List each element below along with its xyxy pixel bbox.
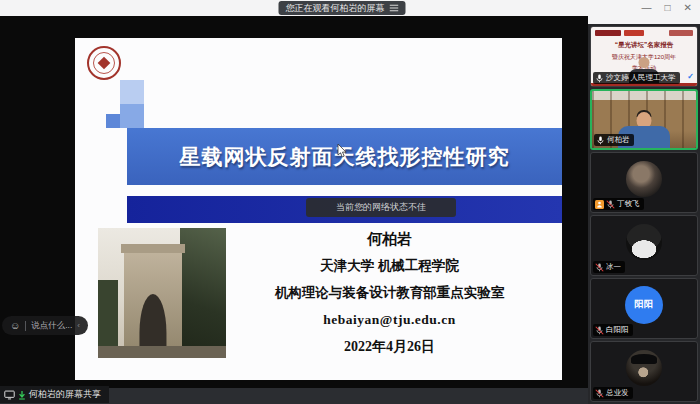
participant-avatar [626, 161, 662, 197]
presenter-email: hebaiyan@tju.edu.cn [225, 311, 554, 329]
participant-nametag: 丁牧飞 [593, 198, 644, 210]
slide-decoration-square [106, 114, 120, 128]
mouse-cursor-icon [337, 144, 348, 158]
quick-chat-bubble[interactable]: ☺ 说点什么... ‹ [2, 316, 88, 335]
monitor-icon [4, 390, 15, 400]
mini-slide-logos [591, 27, 697, 36]
presenter-info: 何柏岩 天津大学 机械工程学院 机构理论与装备设计教育部重点实验室 hebaiy… [225, 230, 554, 356]
watching-screen-text: 您正在观看何柏岩的屏幕 [286, 1, 385, 15]
divider [25, 321, 26, 331]
campus-arch-photo [98, 228, 226, 358]
minimize-button[interactable]: — [642, 0, 652, 16]
mini-slide-text: “星光讲坛”名家报告 [591, 41, 697, 50]
close-button[interactable]: ✕ [684, 0, 692, 16]
participant-tile[interactable]: 冰一 [590, 215, 698, 276]
participant-name: 丁牧飞 [617, 199, 640, 209]
participant-name: 白阳阳 [606, 325, 629, 335]
raised-hand-icon [595, 200, 604, 209]
presenter-lab: 机构理论与装备设计教育部重点实验室 [225, 284, 554, 302]
participant-tile[interactable]: 总业发 [590, 341, 698, 402]
participant-tile[interactable]: 丁牧飞 [590, 152, 698, 213]
university-seal-logo [87, 46, 121, 80]
participant-nametag: 何柏岩 [594, 134, 634, 146]
presenter-affiliation: 天津大学 机械工程学院 [225, 257, 554, 275]
participant-nametag: 总业发 [593, 387, 633, 399]
participant-name: 总业发 [606, 388, 629, 398]
participant-tile[interactable]: “星光讲坛”名家报告 暨庆祝天津大学120周年 学术活动 ✓ 沙文婷 人民理工大… [590, 26, 698, 87]
participant-avatar [626, 224, 662, 260]
mic-muted-icon [606, 200, 615, 209]
participant-nametag: 沙文婷 人民理工大学 [593, 72, 680, 84]
presentation-date: 2022年4月26日 [225, 338, 554, 356]
presenter-name: 何柏岩 [225, 230, 554, 248]
participant-name: 何柏岩 [607, 135, 630, 145]
mic-on-icon [596, 136, 605, 145]
screen-share-label: 何柏岩的屏幕共享 [0, 386, 109, 403]
network-status-toast: 当前您的网络状态不佳 [306, 198, 456, 217]
screen-share-label-text: 何柏岩的屏幕共享 [29, 388, 101, 401]
participants-sidebar: “星光讲坛”名家报告 暨庆祝天津大学120周年 学术活动 ✓ 沙文婷 人民理工大… [588, 16, 700, 404]
participant-name: 沙文婷 人民理工大学 [606, 73, 676, 83]
chat-input-placeholder[interactable]: 说点什么... [31, 320, 72, 332]
video-tiles: “星光讲坛”名家报告 暨庆祝天津大学120周年 学术活动 ✓ 沙文婷 人民理工大… [588, 24, 700, 402]
avatar-initials: 阳阳 [635, 298, 654, 311]
maximize-button[interactable]: □ [665, 0, 671, 16]
sidebar-top-strip [588, 16, 700, 24]
participant-avatar: 阳阳 [625, 286, 663, 324]
meeting-window: 您正在观看何柏岩的屏幕 — □ ✕ 星载网状反射面天线找形控性研究 [0, 0, 700, 404]
window-titlebar: 您正在观看何柏岩的屏幕 — □ ✕ [0, 0, 700, 16]
mic-muted-icon [595, 389, 604, 398]
slide-decoration-square [120, 104, 144, 128]
window-controls: — □ ✕ [642, 0, 692, 16]
menu-icon[interactable] [390, 4, 399, 12]
participant-tile-active-speaker[interactable]: 何柏岩 [590, 89, 698, 150]
mic-muted-icon [595, 326, 604, 335]
emoji-icon[interactable]: ☺ [10, 321, 20, 331]
mic-on-icon [595, 74, 604, 83]
window-bottom-bar: 何柏岩的屏幕共享 [0, 388, 588, 404]
participant-nametag: 白阳阳 [593, 324, 633, 336]
slide-decoration-square [120, 80, 144, 104]
collapse-chevron-icon[interactable]: ‹ [77, 321, 80, 330]
participant-nametag: 冰一 [593, 261, 625, 273]
mic-muted-icon [595, 263, 604, 272]
participant-name: 冰一 [606, 262, 621, 272]
shared-screen-stage: 星载网状反射面天线找形控性研究 何柏岩 天津大学 机械工程学院 机构理论与装备设… [0, 16, 588, 388]
watching-screen-banner[interactable]: 您正在观看何柏岩的屏幕 [279, 1, 406, 15]
mini-slide-check-decoration: ✓ [687, 72, 694, 81]
participant-tile[interactable]: 阳阳 白阳阳 [590, 278, 698, 339]
participant-avatar [626, 350, 662, 386]
audio-share-arrow-icon [18, 390, 26, 400]
